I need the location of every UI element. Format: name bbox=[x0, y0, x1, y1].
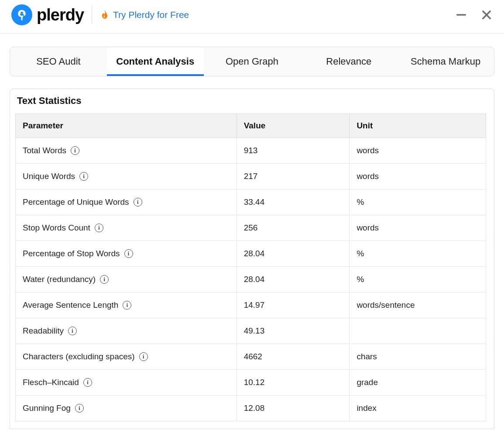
cell-value: 4662 bbox=[237, 344, 350, 370]
cell-unit: % bbox=[350, 189, 486, 215]
table-row: Characters (excluding spaces)i4662chars bbox=[16, 344, 486, 370]
info-icon[interactable]: i bbox=[139, 352, 148, 361]
parameter-label: Percentage of Unique Words bbox=[23, 197, 129, 207]
header-left: plerdy Try Plerdy for Free bbox=[11, 4, 189, 25]
cell-parameter: Percentage of Unique Wordsi bbox=[16, 189, 237, 215]
tab-label: SEO Audit bbox=[36, 56, 81, 67]
table-row: Water (redundancy)i28.04% bbox=[16, 267, 486, 292]
parameter-label: Stop Words Count bbox=[23, 223, 90, 233]
cell-parameter: Total Wordsi bbox=[16, 138, 237, 164]
plerdy-logo-icon bbox=[11, 4, 32, 25]
tab-label: Open Graph bbox=[226, 56, 278, 67]
cell-value: 256 bbox=[237, 215, 350, 241]
svg-point-1 bbox=[20, 13, 21, 14]
cell-value: 28.04 bbox=[237, 267, 350, 292]
cell-parameter: Unique Wordsi bbox=[16, 164, 237, 189]
section-title: Text Statistics bbox=[15, 93, 486, 114]
cell-value: 49.13 bbox=[237, 318, 350, 344]
cell-value: 217 bbox=[237, 164, 350, 189]
cell-unit: index bbox=[350, 396, 486, 421]
tabs: SEO Audit Content Analysis Open Graph Re… bbox=[10, 47, 494, 76]
tab-seo-audit[interactable]: SEO Audit bbox=[10, 47, 107, 76]
tab-label: Schema Markup bbox=[411, 56, 480, 67]
table-row: Flesch–Kincaidi10.12grade bbox=[16, 370, 486, 396]
cell-parameter: Stop Words Counti bbox=[16, 215, 237, 241]
cell-parameter: Average Sentence Lengthi bbox=[16, 292, 237, 318]
cell-unit bbox=[350, 318, 486, 344]
table-row: Average Sentence Lengthi14.97words/sente… bbox=[16, 292, 486, 318]
cell-value: 10.12 bbox=[237, 370, 350, 396]
cell-value: 14.97 bbox=[237, 292, 350, 318]
fire-icon bbox=[100, 10, 109, 20]
parameter-label: Flesch–Kincaid bbox=[23, 378, 79, 387]
info-icon[interactable]: i bbox=[95, 224, 103, 232]
tab-content-analysis[interactable]: Content Analysis bbox=[107, 47, 204, 76]
cell-unit: % bbox=[350, 241, 486, 267]
close-button[interactable] bbox=[480, 9, 493, 21]
table-row: Total Wordsi913words bbox=[16, 138, 486, 164]
table-row: Percentage of Unique Wordsi33.44% bbox=[16, 189, 486, 215]
info-icon[interactable]: i bbox=[68, 327, 77, 335]
table-header-row: Parameter Value Unit bbox=[16, 114, 486, 138]
header: plerdy Try Plerdy for Free bbox=[0, 0, 504, 34]
tab-label: Content Analysis bbox=[116, 56, 194, 67]
parameter-label: Characters (excluding spaces) bbox=[23, 352, 135, 361]
cell-parameter: Characters (excluding spaces)i bbox=[16, 344, 237, 370]
parameter-label: Gunning Fog bbox=[23, 403, 71, 413]
info-icon[interactable]: i bbox=[83, 378, 92, 387]
cell-unit: words bbox=[350, 138, 486, 164]
try-plerdy-link[interactable]: Try Plerdy for Free bbox=[100, 10, 189, 20]
tabs-container: SEO Audit Content Analysis Open Graph Re… bbox=[0, 34, 504, 76]
window-controls bbox=[455, 9, 493, 21]
col-header-parameter: Parameter bbox=[16, 114, 237, 138]
tab-relevance[interactable]: Relevance bbox=[300, 47, 397, 76]
cell-unit: % bbox=[350, 267, 486, 292]
info-icon[interactable]: i bbox=[100, 275, 109, 284]
col-header-value: Value bbox=[237, 114, 350, 138]
text-statistics-table: Parameter Value Unit Total Wordsi913word… bbox=[15, 114, 486, 421]
table-row: Stop Words Counti256words bbox=[16, 215, 486, 241]
cell-value: 12.08 bbox=[237, 396, 350, 421]
parameter-label: Average Sentence Length bbox=[23, 300, 118, 310]
col-header-unit: Unit bbox=[350, 114, 486, 138]
try-plerdy-label: Try Plerdy for Free bbox=[113, 10, 189, 20]
table-row: Percentage of Stop Wordsi28.04% bbox=[16, 241, 486, 267]
parameter-label: Water (redundancy) bbox=[23, 275, 96, 284]
logo[interactable]: plerdy bbox=[11, 4, 84, 25]
tab-label: Relevance bbox=[326, 56, 371, 67]
cell-parameter: Water (redundancy)i bbox=[16, 267, 237, 292]
cell-parameter: Flesch–Kincaidi bbox=[16, 370, 237, 396]
cell-parameter: Gunning Fogi bbox=[16, 396, 237, 421]
parameter-label: Percentage of Stop Words bbox=[23, 249, 120, 258]
info-icon[interactable]: i bbox=[134, 198, 142, 206]
cell-unit: words/sentence bbox=[350, 292, 486, 318]
info-icon[interactable]: i bbox=[123, 301, 131, 310]
table-row: Unique Wordsi217words bbox=[16, 164, 486, 189]
cell-unit: words bbox=[350, 215, 486, 241]
info-icon[interactable]: i bbox=[124, 249, 133, 258]
parameter-label: Total Words bbox=[23, 146, 66, 155]
cell-unit: chars bbox=[350, 344, 486, 370]
table-row: Readabilityi49.13 bbox=[16, 318, 486, 344]
parameter-label: Unique Words bbox=[23, 172, 75, 181]
cell-value: 913 bbox=[237, 138, 350, 164]
table-row: Gunning Fogi12.08index bbox=[16, 396, 486, 421]
svg-point-2 bbox=[23, 13, 24, 14]
parameter-label: Readability bbox=[23, 326, 64, 336]
brand-name: plerdy bbox=[37, 6, 84, 24]
cell-unit: words bbox=[350, 164, 486, 189]
tab-open-graph[interactable]: Open Graph bbox=[204, 47, 301, 76]
cell-parameter: Readabilityi bbox=[16, 318, 237, 344]
info-icon[interactable]: i bbox=[71, 146, 79, 155]
cell-unit: grade bbox=[350, 370, 486, 396]
cell-value: 33.44 bbox=[237, 189, 350, 215]
info-icon[interactable]: i bbox=[79, 172, 88, 181]
info-icon[interactable]: i bbox=[75, 404, 84, 413]
tab-schema-markup[interactable]: Schema Markup bbox=[397, 47, 494, 76]
minimize-button[interactable] bbox=[455, 9, 467, 21]
vertical-divider bbox=[92, 6, 92, 24]
cell-parameter: Percentage of Stop Wordsi bbox=[16, 241, 237, 267]
cell-value: 28.04 bbox=[237, 241, 350, 267]
scroll-area[interactable]: Text Statistics Parameter Value Unit Tot… bbox=[10, 89, 494, 429]
content-panel: Text Statistics Parameter Value Unit Tot… bbox=[10, 89, 494, 429]
